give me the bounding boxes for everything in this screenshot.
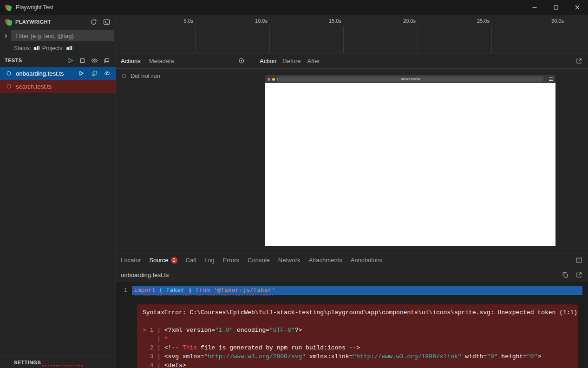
run-test-button[interactable]: [77, 69, 86, 78]
split-view-icon: [575, 257, 582, 264]
filter-status-row: Status: all Projects: all: [0, 43, 116, 54]
error-line: SyntaxError: C:\Courses\EpicWeb\full-sta…: [143, 308, 573, 317]
watch-all-icon: [91, 57, 98, 64]
maximize-button[interactable]: [545, 0, 567, 15]
copy-source-button[interactable]: [560, 270, 569, 279]
test-name: search.test.ts: [16, 83, 52, 90]
copy-icon: [562, 271, 568, 278]
actions-panel: Actions Metadata Did not run: [116, 53, 232, 253]
window-controls: [524, 0, 588, 15]
test-item-search[interactable]: search.test.ts: [0, 80, 116, 93]
main-area: PLAYWRIGHT Status: all: [0, 15, 588, 368]
minimize-button[interactable]: [524, 0, 545, 15]
status-value[interactable]: all: [33, 45, 39, 52]
tab-source-label: Source: [149, 257, 168, 264]
tests-section-title: TESTS: [5, 58, 22, 63]
timeline-tick-label: 10.0s: [255, 18, 268, 24]
watch-test-button[interactable]: [103, 69, 112, 78]
reload-tests-button[interactable]: [89, 17, 98, 26]
actions-panel-tabs: Actions Metadata: [116, 53, 232, 69]
error-line: [143, 317, 573, 326]
actions-empty-message: Did not run: [131, 72, 160, 79]
test-state-circle-icon: [6, 83, 12, 90]
minimize-icon: [531, 4, 538, 11]
open-snapshot-external-button[interactable]: [574, 56, 583, 65]
tab-source[interactable]: Source1: [149, 257, 177, 264]
terminal-icon: [103, 19, 110, 26]
traffic-light-yellow-icon: [272, 78, 275, 81]
code-line-content: import { faker } from '@faker-js/faker': [132, 286, 582, 295]
source-file-icon: [91, 70, 98, 77]
test-row-actions: [77, 69, 112, 78]
tab-network[interactable]: Network: [278, 257, 301, 264]
show-source-button[interactable]: [90, 69, 99, 78]
error-line: 3 | <svg xmlns="http://www.w3.org/2000/s…: [143, 352, 573, 361]
timeline-tick-label: 25.0s: [477, 18, 490, 24]
tab-log[interactable]: Log: [204, 257, 215, 264]
browser-menu-icon: [549, 77, 553, 81]
pick-locator-icon: [238, 57, 245, 65]
run-test-icon: [78, 70, 85, 77]
tab-console[interactable]: Console: [248, 257, 270, 264]
run-all-button[interactable]: [65, 56, 75, 65]
timeline-tick-label: 15.0s: [329, 18, 341, 24]
sidebar-header: PLAYWRIGHT: [0, 15, 116, 29]
status-label: Status:: [14, 45, 31, 52]
watch-icon: [104, 70, 111, 77]
playwright-trace-window: Playwright Test PLAYWRIGHT: [0, 0, 588, 368]
tab-locator[interactable]: Locator: [121, 257, 141, 264]
tab-call[interactable]: Call: [186, 257, 196, 264]
tab-errors[interactable]: Errors: [223, 257, 239, 264]
right-pane: 5.0s 10.0s 15.0s 20.0s 25.0s 30.0s Actio…: [116, 15, 588, 368]
test-name: onboarding.test.ts: [16, 70, 64, 77]
actions-empty-state: Did not run: [116, 69, 232, 83]
playwright-logo-icon: [5, 18, 13, 26]
source-code-view: 1 import { faker } from '@faker-js/faker…: [116, 282, 588, 368]
tab-after-snapshot[interactable]: After: [307, 58, 320, 65]
source-error-badge: 1: [171, 257, 177, 264]
browser-page-content[interactable]: [265, 83, 555, 246]
projects-value[interactable]: all: [66, 45, 72, 52]
tab-actions[interactable]: Actions: [121, 58, 141, 65]
source-file-header: onboarding.test.ts: [116, 267, 588, 282]
close-button[interactable]: [567, 0, 588, 15]
collapse-all-icon: [103, 57, 110, 64]
tab-metadata[interactable]: Metadata: [149, 58, 174, 65]
snapshot-body: about:blank: [232, 69, 588, 253]
browser-snapshot-window: about:blank: [265, 75, 555, 246]
filter-expand-button[interactable]: [1, 31, 10, 40]
tab-action-snapshot[interactable]: Action: [260, 58, 276, 65]
toggle-output-button[interactable]: [102, 17, 111, 26]
did-not-run-icon: [121, 73, 127, 79]
pick-locator-button[interactable]: [237, 56, 246, 65]
watch-all-button[interactable]: [90, 56, 99, 65]
open-source-external-button[interactable]: [574, 270, 583, 279]
test-state-circle-icon: [6, 70, 12, 77]
external-link-icon: [575, 58, 582, 65]
tests-section-header: TESTS: [0, 54, 116, 67]
timeline[interactable]: 5.0s 10.0s 15.0s 20.0s 25.0s 30.0s: [116, 15, 588, 53]
stop-button[interactable]: [78, 56, 87, 65]
stop-icon: [79, 57, 86, 64]
titlebar: Playwright Test: [0, 0, 588, 15]
details-panel: Locator Source1 Call Log Errors Console …: [116, 253, 588, 368]
tab-before-snapshot[interactable]: Before: [283, 58, 301, 65]
settings-section-title: SETTINGS: [14, 360, 41, 365]
test-item-onboarding[interactable]: onboarding.test.ts: [0, 67, 116, 80]
tab-annotations[interactable]: Annotations: [351, 257, 383, 264]
toolbar-divider: [253, 57, 253, 65]
filter-input[interactable]: [11, 30, 114, 41]
tab-attachments[interactable]: Attachments: [308, 257, 342, 264]
middle-split: Actions Metadata Did not run Actio: [116, 53, 588, 253]
browser-chrome-bar: about:blank: [265, 75, 555, 83]
filter-row: [0, 29, 116, 43]
chevron-right-icon: [2, 32, 9, 39]
window-title: Playwright Test: [16, 4, 53, 11]
projects-label: Projects:: [42, 45, 64, 52]
browser-address-bar: about:blank: [278, 77, 543, 82]
collapse-all-button[interactable]: [102, 56, 111, 65]
browser-url: about:blank: [401, 77, 420, 81]
error-squiggle: [134, 295, 273, 297]
toggle-layout-button[interactable]: [574, 256, 583, 265]
close-icon: [574, 4, 581, 11]
